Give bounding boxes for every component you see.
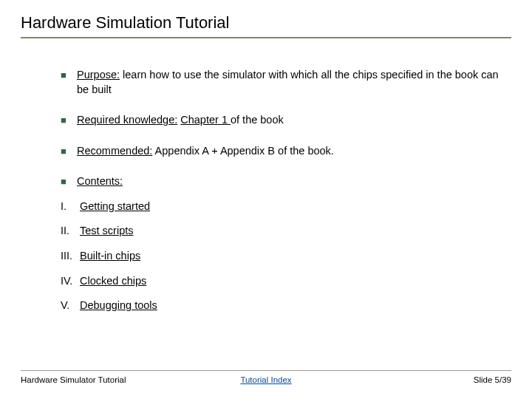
contents-item: V. Debugging tools <box>61 299 511 313</box>
bullet-contents: ■ Contents: <box>61 174 511 189</box>
square-bullet-icon: ■ <box>61 174 77 189</box>
roman-numeral: III. <box>61 249 80 264</box>
contents-item: IV. Clocked chips <box>61 274 511 289</box>
contents-link-built-in-chips[interactable]: Built-in chips <box>80 249 140 264</box>
contents-item: II. Test scripts <box>61 224 511 239</box>
slide-footer: Hardware Simulator Tutorial Tutorial Ind… <box>21 370 511 384</box>
contents-link-getting-started[interactable]: Getting started <box>80 200 150 214</box>
contents-item: III. Built-in chips <box>61 249 511 264</box>
slide: Hardware Simulation Tutorial ■ Purpose: … <box>0 0 532 399</box>
bullet-text: Contents: <box>77 174 511 189</box>
footer-left: Hardware Simulator Tutorial <box>21 375 126 384</box>
purpose-text: learn how to use the simulator with whic… <box>77 69 499 95</box>
square-bullet-icon: ■ <box>61 144 77 159</box>
page-title: Hardware Simulation Tutorial <box>21 13 511 38</box>
contents-list: I. Getting started II. Test scripts III.… <box>61 200 511 313</box>
recommended-label: Recommended: <box>77 145 152 157</box>
roman-numeral: IV. <box>61 274 80 289</box>
roman-numeral: II. <box>61 224 80 239</box>
purpose-label: Purpose: <box>77 69 120 81</box>
bullet-purpose: ■ Purpose: learn how to use the simulato… <box>61 68 511 97</box>
chapter-1-link[interactable]: Chapter 1 <box>180 114 231 126</box>
roman-numeral: V. <box>61 299 80 313</box>
contents-item: I. Getting started <box>61 200 511 214</box>
bullet-recommended: ■ Recommended: Appendix A + Appendix B o… <box>61 144 511 159</box>
contents-link-test-scripts[interactable]: Test scripts <box>80 224 134 239</box>
contents-link-clocked-chips[interactable]: Clocked chips <box>80 274 146 289</box>
slide-number: Slide 5/39 <box>474 375 511 384</box>
roman-numeral: I. <box>61 200 80 214</box>
tutorial-index-link[interactable]: Tutorial Index <box>240 375 291 384</box>
bullet-text: Required knowledge: Chapter 1 of the boo… <box>77 113 511 128</box>
bullet-text: Recommended: Appendix A + Appendix B of … <box>77 144 511 159</box>
square-bullet-icon: ■ <box>61 68 77 83</box>
bullet-text: Purpose: learn how to use the simulator … <box>77 68 511 97</box>
contents-link-debugging-tools[interactable]: Debugging tools <box>80 299 157 313</box>
square-bullet-icon: ■ <box>61 113 77 128</box>
recommended-text: Appendix A + Appendix B of the book. <box>152 145 334 157</box>
contents-label: Contents: <box>77 175 123 187</box>
required-label: Required knowledge: <box>77 114 177 126</box>
bullet-required: ■ Required knowledge: Chapter 1 of the b… <box>61 113 511 128</box>
required-rest: of the book <box>231 114 284 126</box>
slide-body: ■ Purpose: learn how to use the simulato… <box>21 68 511 313</box>
